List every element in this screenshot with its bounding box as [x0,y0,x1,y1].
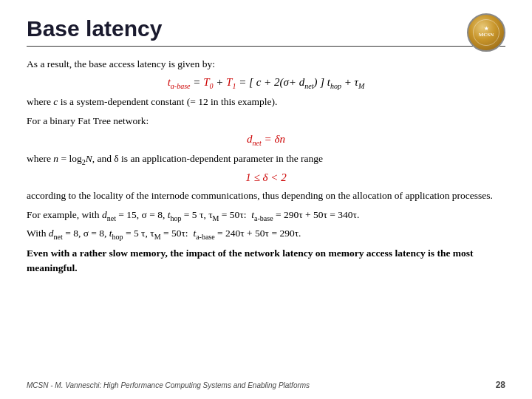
example1-text: For example, with dnet = 15, σ = 8, thop… [27,208,505,224]
formula1-block: ta-base = T0 + T1 = [ c + 2(σ+ dnet) ] t… [27,76,505,90]
logo-text: ★MCSN [479,27,494,38]
example2-text: With dnet = 8, σ = 8, thop = 5 τ, τM = 5… [27,226,505,242]
logo-inner: ★MCSN [473,19,499,46]
footer-page: 28 [496,380,505,390]
bold-conclusion-text: Even with a rather slow memory, the impa… [27,246,505,276]
page: ★MCSN Base latency As a result, the base… [0,0,532,399]
where-n-text: where n = log2N, and δ is an application… [27,151,505,168]
footer: MCSN - M. Vanneschi: High Performance Co… [27,380,505,390]
formula3-block: 1 ≤ δ < 2 [27,171,505,184]
formula2: dnet = δn [247,133,285,145]
formula1: ta-base = T0 + T1 = [ c + 2(σ+ dnet) ] t… [168,76,365,88]
locality-text: according to the locality of the interno… [27,188,505,203]
formula2-block: dnet = δn [27,133,505,147]
main-content: As a result, the base access latency is … [27,54,505,276]
title-divider [27,46,505,47]
logo: ★MCSN [467,13,505,52]
footer-left: MCSN - M. Vanneschi: High Performance Co… [27,381,310,389]
intro-text: As a result, the base access latency is … [27,57,505,72]
logo-circle: ★MCSN [467,13,505,52]
where-c-text: where c is a system-dependent constant (… [27,95,505,109]
formula3: 1 ≤ δ < 2 [245,171,286,183]
page-title: Base latency [27,16,505,41]
for-binary-text: For a binary Fat Tree network: [27,114,505,129]
